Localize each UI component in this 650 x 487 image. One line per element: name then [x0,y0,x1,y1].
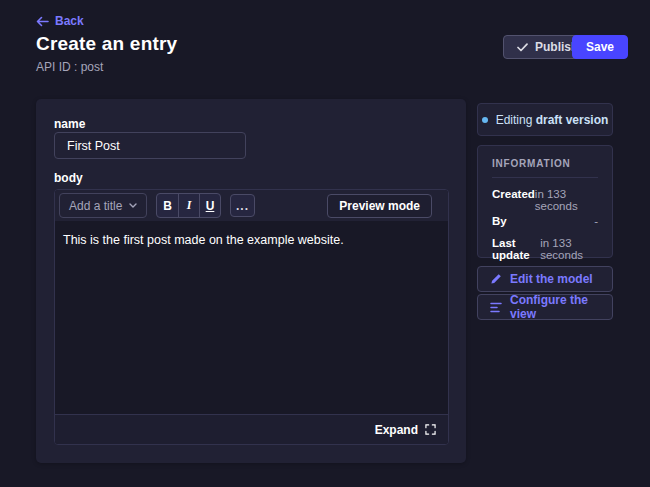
draft-status-dot-icon [482,117,488,123]
more-formats-button[interactable]: ... [230,194,255,217]
configure-view-label: Configure the view [510,293,600,321]
preview-mode-label: Preview mode [339,199,420,213]
pencil-icon [490,273,502,285]
body-field-label: body [54,171,83,185]
italic-button[interactable]: I [178,194,199,217]
page-subtitle: API ID : post [36,60,103,74]
draft-badge-text: Editing draft version [496,113,609,127]
info-row-value: in 133 seconds [540,237,598,261]
information-divider [492,177,598,178]
page-title: Create an entry [36,33,177,55]
edit-model-button[interactable]: Edit the model [477,266,613,292]
edit-model-label: Edit the model [510,272,593,286]
title-style-value: Add a title [69,199,122,213]
arrow-left-icon [36,16,49,27]
bold-button[interactable]: B [157,194,178,217]
draft-version-badge: Editing draft version [477,103,613,136]
info-row-label: Last update [492,237,540,261]
back-label: Back [55,14,84,28]
info-row-last-update: Last update in 133 seconds [492,237,598,261]
draft-badge-prefix: Editing [496,113,533,127]
body-textarea[interactable]: This is the first post made on the examp… [55,221,448,414]
preview-mode-button[interactable]: Preview mode [327,194,432,218]
layout-lines-icon [490,302,502,313]
configure-view-button[interactable]: Configure the view [477,294,613,320]
info-row-spacer [492,230,598,237]
expand-button[interactable]: Expand [55,414,448,444]
information-panel: INFORMATION Created in 133 seconds By - … [477,145,613,258]
expand-icon [425,424,436,435]
info-row-label: By [492,215,507,227]
name-input[interactable] [54,132,246,159]
check-icon [517,43,528,52]
chevron-down-icon [129,203,137,208]
format-button-group: B I U [156,193,221,218]
info-row-label: Created [492,188,535,200]
body-text: This is the first post made on the examp… [63,232,440,250]
info-row-value: - [594,215,598,227]
save-label: Save [586,40,614,54]
save-button[interactable]: Save [572,35,628,59]
editor-toolbar: Add a title B I U ... Preview mode [55,190,448,221]
info-row-created-by: By - [492,215,598,227]
expand-label: Expand [375,423,418,437]
info-row-created: Created in 133 seconds [492,188,598,212]
information-heading: INFORMATION [492,158,598,169]
title-style-select[interactable]: Add a title [59,193,147,218]
body-rich-text-editor: Add a title B I U ... Preview mode This … [54,189,449,445]
underline-button[interactable]: U [199,194,220,217]
draft-badge-bold: draft version [536,113,609,127]
info-row-value: in 133 seconds [535,188,598,212]
back-link[interactable]: Back [36,14,84,28]
name-field-label: name [54,117,85,131]
